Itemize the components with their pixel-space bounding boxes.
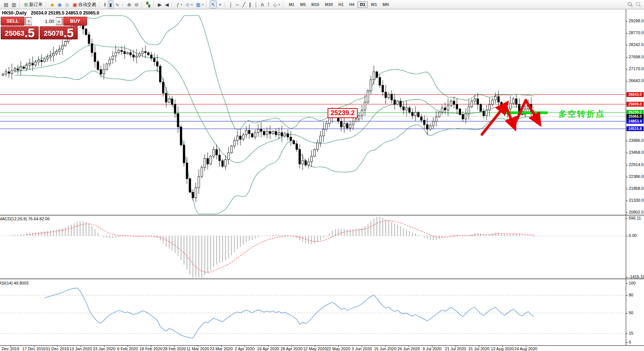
price-tick bbox=[626, 69, 628, 69]
chart-shift-button[interactable]: ▶ bbox=[157, 0, 163, 9]
search-icon[interactable] bbox=[627, 1, 633, 7]
toolbar-separator bbox=[153, 1, 155, 7]
timeframe-M5[interactable]: M5 bbox=[297, 1, 308, 8]
draw-channel-button[interactable]: ∥ bbox=[247, 0, 253, 9]
cursor-button[interactable]: ↖ bbox=[210, 0, 217, 9]
macd-pane-separator[interactable] bbox=[0, 215, 644, 216]
draw-fibonacci-button[interactable]: ┊ bbox=[253, 0, 259, 9]
crosshair-button[interactable]: + bbox=[217, 0, 223, 9]
toolbar-group: ▚ bbox=[144, 0, 153, 9]
buy-quote-pips: .5 bbox=[64, 27, 74, 39]
auto-scroll-button[interactable]: ◀ bbox=[164, 0, 170, 9]
price-tick-label: 21330.0 bbox=[629, 198, 644, 202]
zigzag-arrows bbox=[482, 100, 538, 134]
macd-signal-line bbox=[27, 221, 534, 272]
macd-tick-label: 596.11 bbox=[629, 216, 641, 220]
signals-button[interactable]: ◎ bbox=[64, 0, 71, 9]
buy-button[interactable]: BUY bbox=[63, 17, 87, 26]
draw-hline-button[interactable]: ─ bbox=[234, 0, 241, 9]
price-tick bbox=[626, 21, 628, 22]
deposit-button[interactable]: ◆ bbox=[49, 0, 56, 9]
timeframe-M1[interactable]: M1 bbox=[286, 1, 297, 8]
auto-trading-button[interactable]: ▣自动交易 bbox=[71, 0, 97, 9]
price-callout-25239[interactable]: 25239.2 bbox=[328, 108, 358, 118]
chart-profiles-button[interactable]: ▥ bbox=[10, 0, 17, 9]
date-label: 12 May 2020 bbox=[303, 347, 327, 351]
toolbar-separator bbox=[172, 1, 174, 7]
timeframe-group: M1M5M15M30H1H4D1W1MN bbox=[285, 1, 393, 8]
indicators-button[interactable]: ƒ▾ bbox=[175, 0, 184, 9]
date-label: 28 Apr 2020 bbox=[280, 347, 302, 351]
sell-button[interactable]: SELL bbox=[1, 17, 25, 26]
sell-quote[interactable]: 25063.5 bbox=[1, 26, 39, 39]
price-tick-label: 20802.0 bbox=[629, 210, 644, 214]
price-tick bbox=[626, 177, 628, 177]
price-tick-label: 23986.0 bbox=[629, 138, 644, 143]
date-label: 2 Apr 2020 bbox=[235, 347, 254, 351]
price-tick bbox=[626, 33, 628, 33]
turning-point-text[interactable]: 多空转折点 bbox=[558, 108, 605, 120]
date-label: 23 Jan 2020 bbox=[93, 347, 116, 351]
draw-vline-icon: │ bbox=[229, 2, 232, 7]
level-lines-layer bbox=[0, 94, 626, 129]
chart-symbol-period: HK50-,Daily bbox=[2, 10, 27, 16]
draw-arrows-icon: ◇ bbox=[273, 2, 277, 7]
new-chart-button[interactable]: ▤ bbox=[2, 0, 10, 9]
timeframe-M30[interactable]: M30 bbox=[322, 1, 335, 8]
rsi-label: RSI(14) 49.8003 bbox=[0, 281, 29, 285]
draw-trendline-button[interactable]: ╱ bbox=[241, 0, 247, 9]
rsi-pane-separator[interactable] bbox=[0, 278, 644, 279]
timeframe-H1[interactable]: H1 bbox=[336, 1, 346, 8]
price-level-label: 24515.8 bbox=[627, 126, 644, 131]
volume-input[interactable] bbox=[32, 17, 56, 25]
timeframe-M15[interactable]: M15 bbox=[309, 1, 322, 8]
toolbar-right bbox=[627, 1, 643, 7]
date-axis-border bbox=[0, 345, 644, 346]
price-tick-label: 27170.0 bbox=[629, 66, 644, 71]
chart-ohlc-values: 25034.0 25195.5 24853.0 25065.0 bbox=[31, 10, 99, 16]
rsi-tick-label: 100 bbox=[629, 281, 635, 285]
bar-chart-mode-button[interactable]: ‖ bbox=[102, 0, 107, 9]
search-community-icon[interactable] bbox=[635, 1, 641, 7]
periods-button[interactable]: ⊙▾ bbox=[184, 0, 194, 9]
tile-windows-icon: ▚ bbox=[146, 2, 150, 7]
crosshair-icon: + bbox=[219, 2, 222, 7]
macd-tick bbox=[626, 218, 628, 219]
periods-icon: ⊙ bbox=[186, 2, 190, 7]
timeframe-W1[interactable]: W1 bbox=[368, 1, 380, 8]
toolbar-group: ⊞新订单 bbox=[22, 0, 45, 9]
macd-tick-label: 0.00 bbox=[629, 233, 637, 238]
candlestick-mode-button[interactable]: ▮ bbox=[108, 0, 113, 9]
toolbar: ▤▥⊞新订单◆◉◎▣自动交易‖▮∿⊕⊖▚▶◀ƒ▾⊙▾▦▾↖+│─╱∥┊A⊺◇▾M… bbox=[0, 0, 644, 9]
volume-down-button[interactable]: ▼ bbox=[26, 17, 32, 25]
draw-text-button[interactable]: A bbox=[259, 0, 265, 9]
new-order-button[interactable]: ⊞新订单 bbox=[23, 0, 44, 9]
timeframe-H4[interactable]: H4 bbox=[347, 1, 357, 8]
timeframe-MN[interactable]: MN bbox=[380, 1, 392, 8]
price-level-label: 24853.4 bbox=[627, 119, 644, 124]
price-level-label: 25609.0 bbox=[627, 102, 644, 107]
date-label: 6 Feb 2020 bbox=[117, 347, 138, 351]
draw-channel-icon: ∥ bbox=[249, 2, 251, 7]
line-chart-mode-button[interactable]: ∿ bbox=[114, 0, 121, 9]
templates-button[interactable]: ▦▾ bbox=[194, 0, 205, 9]
tile-windows-button[interactable]: ▚ bbox=[145, 0, 152, 9]
chart-canvas[interactable] bbox=[0, 0, 644, 351]
templates-icon: ▦ bbox=[196, 2, 200, 7]
accounts-button[interactable]: ◉ bbox=[56, 0, 63, 9]
draw-arrows-button[interactable]: ◇▾ bbox=[272, 0, 281, 9]
zoom-in-button[interactable]: ⊕ bbox=[126, 0, 133, 9]
price-tick-label: 23458.0 bbox=[629, 150, 644, 155]
toolbar-group: ⊕⊖ bbox=[125, 0, 141, 9]
draw-vline-button[interactable]: │ bbox=[228, 0, 234, 9]
price-tick-label: 28770.0 bbox=[629, 30, 644, 35]
macd-tick bbox=[626, 236, 628, 236]
macd-tick-label: -1415.19 bbox=[629, 274, 644, 279]
timeframe-D1[interactable]: D1 bbox=[357, 1, 368, 8]
volume-up-button[interactable]: ▲ bbox=[56, 17, 62, 25]
buy-quote[interactable]: 25078.5 bbox=[40, 26, 78, 39]
price-tick-label: 26642.0 bbox=[629, 78, 644, 83]
draw-label-button[interactable]: ⊺ bbox=[266, 0, 271, 9]
zoom-out-button[interactable]: ⊖ bbox=[133, 0, 140, 9]
price-tick-label: 22914.0 bbox=[629, 162, 644, 167]
